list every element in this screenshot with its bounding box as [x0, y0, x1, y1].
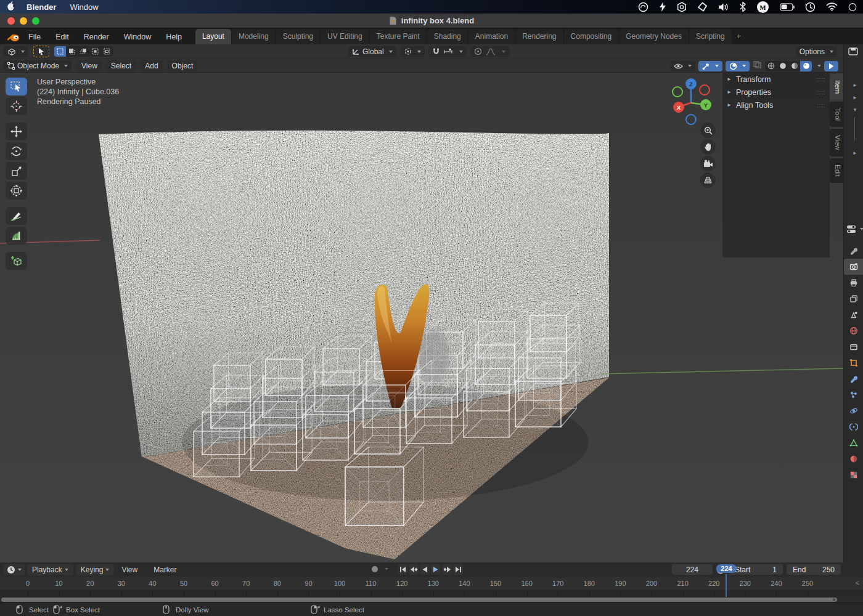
properties-tab-texture[interactable] [844, 467, 863, 483]
topbar-menu-file[interactable]: File [28, 33, 41, 41]
properties-tab-particles[interactable] [844, 387, 863, 403]
pivot-point-dropdown[interactable] [400, 46, 425, 57]
workspace-tab-animation[interactable]: Animation [468, 29, 515, 44]
volume-icon[interactable] [718, 2, 729, 12]
select-mode-paint[interactable] [101, 46, 113, 57]
outliner-filter-icon[interactable] [848, 47, 858, 55]
prev-keyframe-button[interactable] [409, 564, 419, 575]
topbar-menu-help[interactable]: Help [166, 33, 182, 41]
blender-logo-icon[interactable] [7, 33, 20, 42]
workspace-add-tab[interactable]: + [732, 29, 745, 44]
jump-to-start-button[interactable] [398, 564, 407, 575]
viewport-menu-view[interactable]: View [76, 60, 102, 71]
pan-view-button[interactable] [700, 139, 716, 155]
sidebar-tab-edit[interactable]: Edit [830, 158, 843, 183]
proportional-edit-group[interactable] [470, 46, 509, 57]
gizmo-axis-y-neg[interactable] [673, 87, 682, 97]
timeline-editor-selector[interactable] [4, 564, 25, 575]
tool-scale[interactable] [6, 162, 27, 180]
viewport-menu-select[interactable]: Select [106, 60, 136, 71]
overlays-toggle[interactable] [726, 61, 750, 71]
gizmo-axis-x-neg[interactable] [700, 85, 710, 95]
control-center-icon[interactable] [848, 2, 857, 12]
workspace-tab-scripting[interactable]: Scripting [689, 29, 732, 44]
security-hex-icon[interactable] [677, 2, 687, 12]
shading-wireframe[interactable] [765, 61, 777, 71]
topbar-menu-render[interactable]: Render [84, 33, 109, 41]
timeline-track[interactable] [0, 590, 863, 597]
shading-rendered[interactable] [800, 61, 812, 71]
wifi-icon[interactable] [826, 2, 838, 11]
gizmos-toggle[interactable] [698, 61, 722, 71]
outliner-expand-icon[interactable]: ► [853, 95, 857, 100]
timeline-menu-marker[interactable]: Marker [149, 564, 181, 575]
options-dropdown[interactable]: Options [796, 46, 837, 57]
workspace-tab-uv-editing[interactable]: UV Editing [321, 29, 369, 44]
shortcut-app-icon[interactable] [697, 2, 708, 12]
auto-key-caret[interactable] [385, 568, 388, 570]
select-mode-circle[interactable] [78, 46, 89, 57]
editor-type-selector[interactable] [4, 46, 28, 57]
xray-toggle[interactable] [753, 60, 762, 71]
tool-cursor[interactable] [6, 97, 27, 115]
workspace-tab-texture-paint[interactable]: Texture Paint [370, 29, 427, 44]
properties-tab-object-data[interactable] [844, 435, 863, 451]
properties-editor-selector[interactable] [846, 225, 863, 233]
battery-icon[interactable] [780, 3, 795, 11]
workspace-tab-sculpting[interactable]: Sculpting [276, 29, 320, 44]
apple-menu[interactable] [6, 1, 15, 13]
outliner-expand-icon[interactable]: ► [853, 150, 857, 156]
topbar-menu-edit[interactable]: Edit [55, 33, 69, 41]
properties-tab-output[interactable] [844, 275, 863, 291]
workspace-tab-layout[interactable]: Layout [195, 29, 231, 44]
outliner-collapse-icon[interactable]: ▼ [853, 107, 857, 113]
app-menu-blender[interactable]: Blender [27, 2, 56, 12]
timeline-scrollbar[interactable] [1, 598, 837, 602]
shading-material[interactable] [788, 61, 800, 71]
header-overflow-button[interactable] [824, 61, 838, 71]
properties-tab-object[interactable] [844, 355, 863, 371]
current-frame-indicator[interactable]: 224 [716, 564, 736, 573]
perspective-toggle-button[interactable] [700, 172, 716, 188]
properties-tab-view-layer[interactable] [844, 291, 863, 307]
timeline-menu-keying[interactable]: Keying [76, 564, 115, 575]
tool-annotate[interactable] [6, 207, 27, 225]
next-keyframe-button[interactable] [442, 564, 452, 575]
active-tool-button[interactable] [33, 46, 49, 57]
zoom-window-button[interactable] [32, 17, 39, 25]
properties-tab-collection[interactable] [844, 339, 863, 355]
camera-view-button[interactable] [700, 156, 716, 171]
lightning-icon[interactable] [659, 2, 666, 12]
zoom-view-button[interactable] [700, 123, 716, 138]
gizmo-axis-z-neg[interactable] [686, 115, 696, 124]
tool-select-box[interactable] [6, 78, 27, 95]
shading-caret[interactable] [817, 65, 821, 67]
sidebar-tab-view[interactable]: View [830, 129, 843, 156]
viewport-menu-add[interactable]: Add [140, 60, 163, 71]
time-machine-icon[interactable] [805, 2, 816, 12]
panel-header-align-tools[interactable]: ►Align Tools:::: [722, 99, 830, 111]
timeline-menu-view[interactable]: View [117, 564, 142, 575]
app-menu-window[interactable]: Window [70, 2, 98, 12]
jump-to-end-button[interactable] [453, 564, 463, 575]
play-reverse-button[interactable] [420, 564, 430, 575]
properties-tab-physics[interactable] [844, 403, 863, 419]
properties-tab-tool[interactable] [844, 243, 863, 259]
shading-solid[interactable] [777, 61, 788, 71]
auto-key-record-icon[interactable] [370, 564, 380, 574]
user-badge-icon[interactable]: M [756, 1, 769, 14]
tool-rotate[interactable] [6, 142, 27, 160]
tool-move[interactable] [6, 123, 27, 140]
properties-tab-material[interactable] [844, 451, 863, 467]
tool-measure[interactable] [6, 227, 27, 245]
minimize-window-button[interactable] [20, 17, 27, 25]
creative-cloud-icon[interactable] [638, 2, 648, 12]
properties-tab-scene[interactable] [844, 307, 863, 323]
object-visibility-dropdown[interactable] [670, 61, 695, 71]
snapping-group[interactable] [428, 46, 467, 57]
timeline-ruler[interactable]: 0102030405060708090100110120130140150160… [0, 577, 863, 590]
mode-dropdown[interactable]: Object Mode [4, 60, 72, 71]
frame-end-field[interactable]: End 250 [787, 564, 841, 575]
workspace-tab-rendering[interactable]: Rendering [515, 29, 563, 44]
workspace-tab-shading[interactable]: Shading [427, 29, 468, 44]
